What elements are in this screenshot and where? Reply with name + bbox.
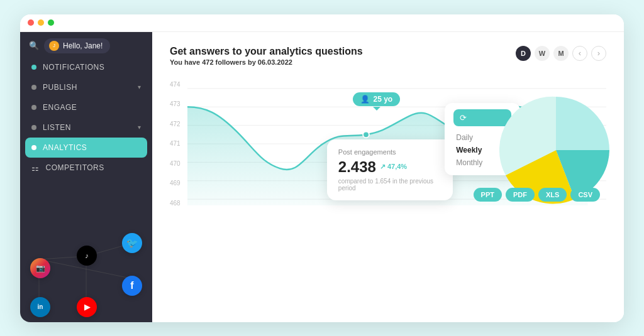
time-controls: D W M ‹ › (516, 46, 606, 61)
linkedin-icon[interactable]: in (30, 297, 50, 317)
listen-label: LISTEN (43, 123, 71, 132)
user-greeting: Hello, Jane! (63, 41, 103, 50)
search-icon[interactable]: 🔍 (29, 41, 39, 50)
export-csv-btn[interactable]: CSV (570, 188, 600, 202)
publish-dot (31, 85, 36, 90)
twitter-icon[interactable]: 🐦 (122, 233, 142, 253)
engage-dot (31, 105, 36, 110)
publish-label: PUBLISH (43, 83, 77, 92)
sidebar-top: 🔍 J Hello, Jane! (20, 32, 152, 57)
competitors-label: COMPETITORS (46, 163, 104, 172)
y-label-469: 469 (170, 180, 180, 187)
time-btn-d[interactable]: D (516, 46, 531, 61)
listen-arrow: ▾ (138, 124, 142, 131)
next-arrow-btn[interactable]: › (591, 46, 606, 61)
export-buttons: PPT PDF XLS CSV (474, 188, 600, 202)
subtitle-prefix: You have (170, 58, 202, 66)
period-icon: ⟳ (460, 113, 467, 122)
competitors-icon: ⚏ (31, 163, 40, 173)
tiktok-icon[interactable]: ♪ (77, 246, 97, 266)
youtube-icon[interactable]: ▶ (77, 297, 97, 317)
y-label-471: 471 (170, 140, 180, 147)
engagement-card: Post engagements 2.438 ↗ 47,4% compared … (327, 139, 453, 200)
sidebar-item-engage[interactable]: ENGAGE (20, 97, 152, 117)
time-btn-m[interactable]: M (553, 46, 569, 61)
engagement-label: Post engagements (338, 148, 441, 156)
engage-label: ENGAGE (43, 103, 77, 112)
close-dot[interactable] (28, 19, 34, 26)
chart-area: 474 473 472 471 470 469 468 (170, 75, 606, 213)
engagement-change: ↗ 47,4% (380, 163, 407, 171)
page-subtitle: You have 472 followers by 06.03.2022 (170, 58, 363, 66)
tooltip-text: 25 yo (373, 95, 392, 104)
sidebar: 🔍 J Hello, Jane! NOTIFICATIONS PUBLISH ▾… (20, 32, 152, 322)
svg-point-12 (363, 131, 369, 138)
sidebar-item-publish[interactable]: PUBLISH ▾ (20, 77, 152, 97)
analytics-dot (31, 145, 36, 150)
title-bar (20, 14, 624, 32)
y-label-472: 472 (170, 121, 180, 127)
notifications-label: NOTIFICATIONS (43, 63, 104, 72)
export-xls-btn[interactable]: XLS (538, 188, 567, 202)
y-label-473: 473 (170, 100, 180, 107)
age-tooltip: 👤 25 yo (353, 92, 400, 106)
analytics-label: ANALYTICS (43, 143, 87, 152)
time-btn-w[interactable]: W (535, 46, 550, 61)
app-body: 🔍 J Hello, Jane! NOTIFICATIONS PUBLISH ▾… (20, 32, 624, 322)
listen-dot (31, 125, 36, 130)
page-title: Get answers to your analytics questions (170, 46, 363, 57)
engagement-number: 2.438 (338, 158, 376, 176)
y-axis-labels: 474 473 472 471 470 469 468 (170, 81, 180, 207)
sidebar-item-listen[interactable]: LISTEN ▾ (20, 117, 152, 138)
avatar: J (49, 41, 59, 51)
prev-arrow-btn[interactable]: ‹ (572, 46, 587, 61)
export-pdf-btn[interactable]: PDF (506, 188, 535, 202)
engagement-value: 2.438 ↗ 47,4% (338, 158, 441, 176)
sidebar-item-notifications[interactable]: NOTIFICATIONS (20, 57, 152, 77)
header-text: Get answers to your analytics questions … (170, 46, 363, 66)
engagement-compare: compared to 1.654 in the previous period (338, 178, 441, 192)
facebook-icon[interactable]: f (122, 276, 142, 296)
y-label-468: 468 (170, 200, 180, 207)
app-window: 🔍 J Hello, Jane! NOTIFICATIONS PUBLISH ▾… (20, 14, 624, 322)
publish-arrow: ▾ (138, 84, 142, 90)
main-content: Get answers to your analytics questions … (152, 32, 624, 322)
followers-count: 472 (202, 58, 213, 66)
notifications-dot (31, 65, 36, 70)
main-header: Get answers to your analytics questions … (170, 46, 606, 66)
y-label-474: 474 (170, 81, 180, 88)
sidebar-item-analytics[interactable]: ANALYTICS (25, 138, 147, 158)
instagram-icon[interactable]: 📷 (30, 258, 50, 278)
subtitle-suffix: followers by 06.03.2022 (214, 58, 292, 66)
sidebar-item-competitors[interactable]: ⚏ COMPETITORS (20, 158, 152, 178)
maximize-dot[interactable] (48, 19, 54, 26)
tooltip-icon: 👤 (360, 95, 370, 104)
minimize-dot[interactable] (38, 19, 44, 26)
y-label-470: 470 (170, 160, 180, 167)
export-ppt-btn[interactable]: PPT (474, 188, 502, 202)
user-badge: J Hello, Jane! (44, 38, 110, 53)
